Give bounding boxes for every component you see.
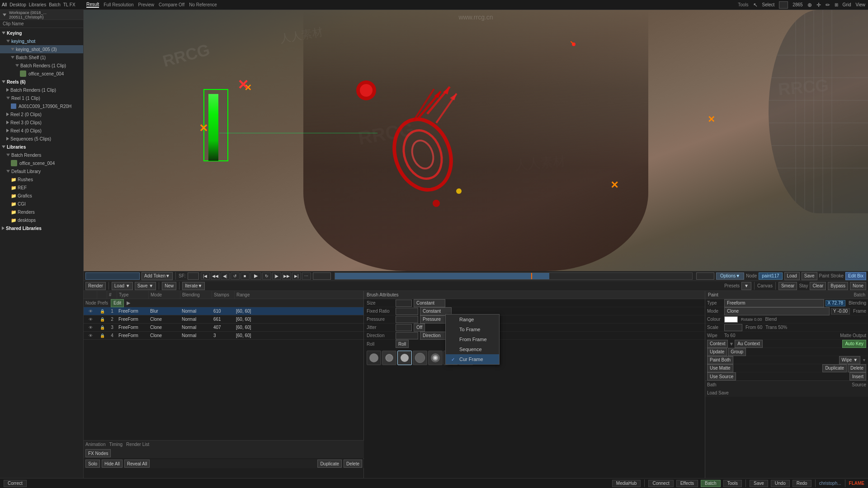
size-value[interactable]: 30: [396, 300, 412, 307]
sidebar-item-default-lib[interactable]: Default Library: [0, 167, 83, 175]
mode-value-btn[interactable]: Clone: [724, 307, 830, 315]
sidebar-item-shared[interactable]: Shared Libraries: [0, 224, 83, 232]
sidebar-item-lib-batch[interactable]: Batch Renders: [0, 151, 83, 159]
sidebar-item-reel3[interactable]: Reel 3 (0 Clips): [0, 118, 83, 127]
render-btn[interactable]: Render: [85, 282, 106, 290]
use-matte-btn[interactable]: Use Matte: [707, 364, 733, 372]
bypass-btn[interactable]: Bypass: [828, 282, 848, 290]
direction-value[interactable]: 100 %: [396, 332, 418, 339]
sidebar-item-reel2[interactable]: Reel 2 (0 Clips): [0, 110, 83, 118]
jitter-off-btn[interactable]: Off: [414, 324, 425, 332]
sidebar-item-keying[interactable]: Keying: [0, 29, 83, 37]
menu-item-cur-frame[interactable]: ✓ Cur Frame: [446, 354, 499, 364]
eye-icon-3[interactable]: 👁: [87, 324, 94, 331]
insert-btn[interactable]: Insert: [849, 372, 866, 380]
clear-btn[interactable]: Clear: [810, 282, 826, 290]
prev-frame-btn[interactable]: ◀◀: [211, 272, 220, 280]
eye-icon-4[interactable]: 👁: [87, 333, 94, 339]
desktop-tab[interactable]: Desktop: [9, 2, 26, 7]
sidebar-item-grafics[interactable]: 📁 Grafics: [0, 192, 83, 200]
sidebar-item-ref[interactable]: 📁 REF: [0, 183, 83, 192]
view-rect[interactable]: [779, 1, 788, 9]
timing-tab[interactable]: Timing: [109, 442, 123, 447]
sidebar-item-reels[interactable]: Reels (6): [0, 78, 83, 86]
effects-btn-bottom[interactable]: Effects: [676, 480, 698, 487]
sidebar-item-reel4[interactable]: Reel 4 (0 Clips): [0, 127, 83, 135]
save-dropdown-btn[interactable]: Save ▼: [135, 282, 156, 290]
add-icon[interactable]: ✛: [816, 2, 821, 8]
sidebar-item-batch-renders[interactable]: Batch Renders (1 Clip): [0, 61, 83, 70]
delete-right-btn[interactable]: Delete: [848, 364, 866, 372]
new-btn[interactable]: New: [162, 282, 176, 290]
table-row[interactable]: 👁 🔒 3 FreeForm Clone Normal 407 [60, 60]: [84, 324, 363, 332]
table-row[interactable]: 👁 🔒 4 FreeForm Clone Normal 3 [60, 60]: [84, 332, 363, 340]
select-label[interactable]: Select: [762, 2, 775, 7]
smear-btn[interactable]: Smear: [778, 282, 797, 290]
jitter-value[interactable]: 10: [396, 324, 412, 331]
sidebar-item-keying-shot[interactable]: keying_shot: [0, 37, 83, 45]
sidebar-item-renders[interactable]: 📁 Renders: [0, 208, 83, 216]
au-context-btn[interactable]: Au Context: [735, 340, 762, 348]
stop-btn[interactable]: ■: [241, 272, 250, 280]
solo-btn[interactable]: Solo: [85, 460, 100, 468]
fx-nodes-btn[interactable]: FX Nodes: [85, 449, 111, 457]
pencil-icon[interactable]: ✏: [826, 2, 830, 8]
undo-btn[interactable]: Undo: [771, 480, 790, 487]
brush-thumb-2[interactable]: [382, 351, 396, 365]
sidebar-item-desktops[interactable]: 📁 desktops: [0, 216, 83, 224]
frame-number[interactable]: 60: [313, 272, 331, 280]
sidebar-item-batch-renders-2[interactable]: Batch Renders (1 Clip): [0, 86, 83, 94]
sidebar-item-office-004[interactable]: office_scene_004: [0, 70, 83, 78]
sidebar-item-libraries[interactable]: Libraries: [0, 143, 83, 151]
play-btn[interactable]: ▶: [250, 272, 261, 280]
type-value-btn[interactable]: Freeform: [724, 299, 824, 307]
add-token-btn[interactable]: Add Token▼: [142, 272, 173, 280]
tlfx-tab[interactable]: TL FX: [63, 2, 75, 7]
animation-tab[interactable]: Animation: [85, 442, 105, 447]
connect-btn[interactable]: Connect: [648, 480, 673, 487]
wipe-btn[interactable]: Wipe ▼: [839, 356, 860, 364]
load-btn[interactable]: Load: [784, 272, 800, 280]
next-frame-btn[interactable]: |▶: [272, 272, 281, 280]
correct-btn[interactable]: Correct: [4, 480, 27, 487]
render-list-tab[interactable]: Render List: [126, 442, 149, 447]
sidebar-item-lib-office[interactable]: office_scene_004: [0, 159, 83, 167]
preview-tab[interactable]: Preview: [138, 2, 155, 7]
sidebar-item-keying-shot-005[interactable]: keying_shot_005 (3): [0, 45, 83, 53]
pressure-value[interactable]: 100 %: [396, 316, 418, 323]
reveal-all-btn[interactable]: Reveal All: [124, 460, 150, 468]
eye-icon-1[interactable]: 👁: [87, 308, 94, 314]
sidebar-item-rushes[interactable]: 📁 Rushes: [0, 175, 83, 183]
iterate-btn[interactable]: Iterate▼: [182, 282, 205, 290]
sidebar-item-a001[interactable]: A001C009_170906_R20H: [0, 102, 83, 110]
all-tab[interactable]: All: [2, 2, 7, 7]
step-forward-btn[interactable]: ▶▶: [282, 272, 291, 280]
play-loop-btn[interactable]: ↻: [262, 272, 271, 280]
duplicate-btn[interactable]: Duplicate: [317, 460, 342, 468]
fixed-ratio-value[interactable]: 100 %: [396, 308, 418, 315]
more-btn[interactable]: ⋯: [302, 272, 311, 280]
grid-icon[interactable]: ⊞: [835, 2, 838, 7]
menu-item-from-frame[interactable]: From Frame: [446, 334, 499, 344]
edit-btn[interactable]: Edit: [111, 299, 124, 307]
presets-dropdown[interactable]: ▼: [741, 282, 751, 290]
options-btn[interactable]: Options▼: [716, 272, 744, 280]
group-btn[interactable]: Group: [728, 348, 746, 356]
brush-thumb-3[interactable]: [397, 351, 412, 365]
brush-thumb-4[interactable]: [413, 351, 427, 365]
menu-item-range[interactable]: Range: [446, 314, 499, 324]
brush-thumb-5[interactable]: [428, 351, 443, 365]
full-res-tab[interactable]: Full Resolution: [104, 2, 133, 7]
zoom-icon[interactable]: ⊕: [807, 2, 812, 8]
view-label[interactable]: View: [856, 2, 866, 7]
batch-btn-bottom[interactable]: Batch: [701, 480, 721, 487]
grid-label[interactable]: Grid: [843, 2, 851, 7]
colour-swatch[interactable]: [724, 316, 738, 323]
table-row[interactable]: 👁 🔒 1 FreeForm Blur Normal 610 [60, 60]: [84, 307, 363, 315]
loop-btn[interactable]: ↺: [231, 272, 240, 280]
timeline-track[interactable]: [335, 272, 693, 280]
no-reference-tab[interactable]: No Reference: [189, 2, 217, 7]
tools-btn-bottom[interactable]: Tools: [723, 480, 742, 487]
save-bottom-btn[interactable]: Save: [750, 480, 768, 487]
edit-bix-btn[interactable]: Edit Bix: [845, 272, 866, 280]
